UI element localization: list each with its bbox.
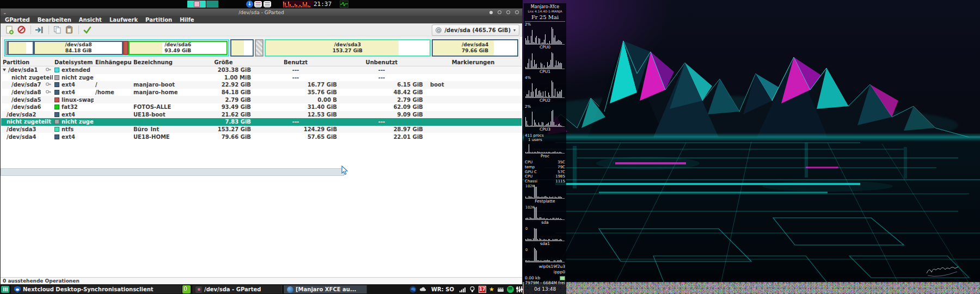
table-row-nicht-zugeteilt[interactable]: nicht zugeteiltnicht zugeteilt1.00 MiB--… (1, 74, 522, 82)
column-header-7[interactable]: Markierungen (425, 59, 522, 65)
toolbar-separator (48, 26, 49, 34)
column-header-0[interactable]: Partition (1, 59, 53, 65)
menu-hilfe[interactable]: Hilfe (180, 17, 194, 23)
cloud-tray-icon[interactable] (419, 286, 426, 293)
diskbar-group: /dev/sda3153.27 GiB (265, 39, 431, 57)
diskbar-segment-sda3[interactable]: /dev/sda3153.27 GiB (265, 39, 431, 57)
cpu-graph-1 (525, 51, 565, 69)
network-signal-icon[interactable] (459, 286, 466, 293)
cell-label: manjaro-home (132, 89, 194, 95)
wallpaper-image (523, 0, 980, 294)
mounted-key-icon (46, 89, 51, 94)
window-maximize-button[interactable] (506, 10, 510, 14)
window-shade-button[interactable] (498, 10, 501, 14)
new-partition-button[interactable] (4, 25, 15, 35)
toolbar-separator (30, 26, 31, 34)
resize-move-button[interactable] (34, 25, 45, 35)
diskbar-segment[interactable] (230, 39, 254, 57)
diskbar-segment-sda8[interactable]: /dev/sda884.18 GiB (34, 41, 123, 55)
phone-app-icon[interactable] (182, 285, 191, 293)
messenger-icon[interactable] (409, 286, 416, 293)
conky-net-rate: 0.00 kb (525, 275, 540, 280)
table-row--dev-sda2[interactable]: /dev/sda2ext4UE18-boot21.62 GiB12.53 GiB… (1, 111, 522, 119)
panel-menu-icon[interactable] (264, 1, 271, 7)
window-minimize-button[interactable] (489, 11, 493, 14)
filesystem-color-swatch (54, 97, 59, 102)
calendar-tray-icon[interactable]: 17 (479, 286, 486, 293)
paste-button[interactable] (64, 25, 75, 35)
table-row--dev-sda6[interactable]: /dev/sda6fat32FOTOS-ALLE93.49 GiB31.40 G… (1, 103, 522, 111)
table-row--dev-sda3[interactable]: /dev/sda3ntfsBüro_Int_153.27 GiB124.29 G… (1, 126, 522, 133)
manjaro-menu-icon[interactable] (1, 286, 9, 293)
window-titlebar[interactable]: ⌄ /dev/sda - GParted (1, 9, 522, 16)
cell-size: 22.92 GiB (194, 82, 253, 88)
column-header-6[interactable]: Unbenutzt (339, 59, 425, 65)
gparted-window: ⌄ /dev/sda - GParted GPartedBearbeitenAn… (0, 8, 523, 285)
diskbar-segment-sda6[interactable]: /dev/sda693.49 GiB (128, 41, 228, 55)
copy-button[interactable] (52, 25, 63, 35)
taskbar-button-gparted[interactable]: /dev/sda - GParted (192, 285, 282, 293)
menu-partition[interactable]: Partition (145, 17, 172, 23)
column-header-2[interactable]: Einhängepunkt (94, 59, 132, 65)
table-row--dev-sda5[interactable]: /dev/sda5linux-swap2.79 GiB0.00 B2.79 Gi… (1, 96, 522, 103)
drag-highlight-bar[interactable] (1, 168, 344, 176)
column-header-3[interactable]: Bezeichnung (132, 59, 194, 65)
diskbar-segment-sda4[interactable]: /dev/sda479.66 GiB (432, 39, 518, 57)
temp-value: 1985 (555, 174, 565, 179)
workspace-strip[interactable] (206, 1, 218, 8)
disk-graph-label: Festplatte (525, 199, 565, 204)
cell-size: 1.00 MiB (194, 75, 253, 81)
panel-notes-icon[interactable] (254, 1, 262, 7)
cell-size: 79.66 GiB (194, 134, 253, 140)
spotify-icon[interactable] (507, 286, 514, 293)
toolbar: /dev/sda (465.76 GiB) ▾ (1, 23, 522, 36)
table-row-nicht-zugeteilt[interactable]: nicht zugeteiltnicht zugeteilt7.83 GiB--… (1, 118, 522, 126)
diskbar-segment[interactable] (123, 41, 128, 55)
diskbar-segment[interactable] (255, 39, 264, 57)
taskbar-button-manjaro[interactable]: [Manjaro XFCE au... (283, 285, 367, 293)
diskbar-group: /dev/sda479.66 GiB (432, 39, 518, 57)
column-header-4[interactable]: Größe (194, 59, 253, 65)
menu-laufwerk[interactable]: Laufwerk (109, 17, 138, 23)
noise-strip (523, 282, 980, 294)
media-clapper-icon[interactable] (497, 286, 504, 293)
conky-users: 1 users (525, 138, 565, 142)
filesystem-color-swatch (54, 90, 59, 95)
mixer-icon[interactable] (517, 286, 522, 293)
cpu-graph-0 (525, 27, 565, 45)
partition-name: /dev/sda3 (7, 126, 36, 132)
menu-gparted[interactable]: GParted (5, 17, 30, 23)
table-row--dev-sda1[interactable]: /dev/sda1extended203.38 GiB------ (1, 66, 522, 74)
magnifier-icon (436, 27, 442, 33)
table-row--dev-sda7[interactable]: /dev/sda7ext4/manjaro-boot22.92 GiB16.77… (1, 81, 522, 89)
table-row--dev-sda8[interactable]: /dev/sda8ext4/homemanjaro-home84.18 GiB3… (1, 89, 522, 96)
partition-name: /dev/sda8 (11, 89, 41, 95)
taskbar-button-nextcloud[interactable]: Nextcloud Desktop-Synchronisationsclient (10, 285, 181, 293)
download-update-icon[interactable]: ↓ (246, 1, 253, 8)
task-button-label: [Manjaro XFCE au... (296, 286, 356, 292)
cell-used: --- (253, 67, 339, 73)
cpu-label: CPU0 (525, 45, 565, 50)
workspace-app-button[interactable] (187, 1, 206, 8)
mouse-cursor (341, 166, 348, 177)
notification-bulb-icon[interactable] (469, 286, 476, 293)
column-header-5[interactable]: Benutzt (253, 59, 339, 65)
device-selector[interactable]: /dev/sda (465.76 GiB) ▾ (432, 24, 519, 36)
table-row--dev-sda4[interactable]: /dev/sda4ext4UE18-HOME79.66 GiB57.65 GiB… (1, 133, 522, 140)
apply-operations-button[interactable] (82, 25, 93, 35)
graph-scale: 0 (525, 226, 528, 231)
menu-bearbeiten[interactable]: Bearbeiten (38, 17, 71, 23)
system-load-pulse-icon[interactable] (340, 1, 348, 8)
weather-tray-text[interactable]: WR: SO (431, 286, 454, 292)
filesystem-name: nicht zugeteilt (62, 75, 94, 81)
disk-visual-bar[interactable]: /dev/sda884.18 GiB/dev/sda693.49 GiB/dev… (2, 38, 520, 58)
cell-label: manjaro-boot (132, 82, 194, 88)
window-close-button[interactable] (515, 10, 519, 14)
menu-ansicht[interactable]: Ansicht (79, 17, 102, 23)
diskbar-used-fill (9, 42, 26, 54)
tree-expander-icon[interactable] (3, 69, 6, 71)
delete-partition-button[interactable] (16, 25, 27, 35)
favorites-star-icon[interactable]: ★ (489, 286, 494, 293)
column-header-1[interactable]: Dateisystem (53, 59, 94, 65)
diskbar-segment[interactable] (8, 41, 34, 55)
